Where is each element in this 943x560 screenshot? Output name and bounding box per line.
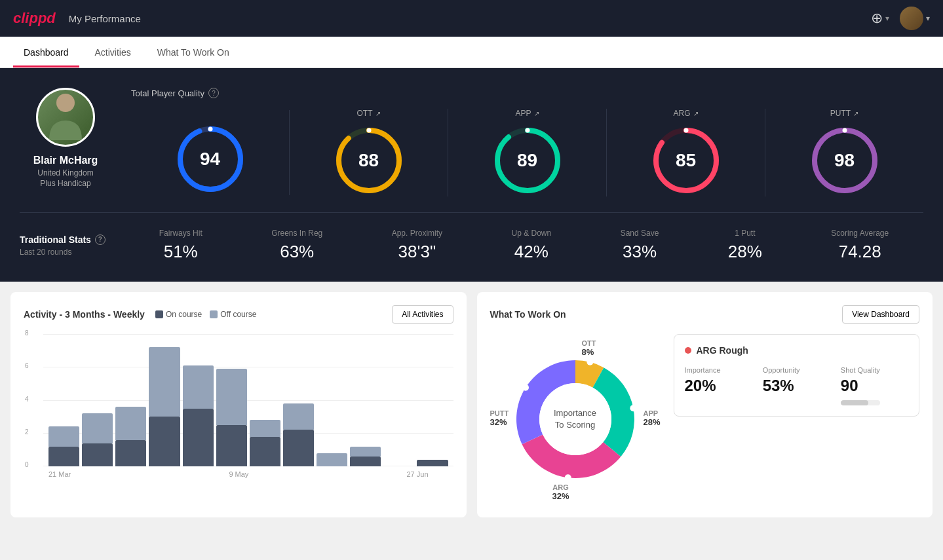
- user-menu[interactable]: ▾: [900, 7, 930, 30]
- logo: clippd: [13, 10, 56, 27]
- wtwo-header: What To Work On View Dashboard: [490, 305, 920, 324]
- nav-tabs: Dashboard Activities What To Work On: [0, 37, 943, 68]
- trad-stats-label: Traditional Stats ? Last 20 rounds: [20, 234, 125, 257]
- view-dashboard-button[interactable]: View Dashboard: [842, 305, 919, 324]
- bar-off-3: [149, 347, 180, 417]
- bar-on-11: [417, 460, 448, 466]
- bar-group-1: [82, 334, 113, 466]
- donut-label-arg: ARG 32%: [552, 483, 569, 501]
- gauge-value-total: 94: [200, 149, 220, 170]
- svg-point-9: [525, 128, 529, 133]
- tpq-help-icon[interactable]: ?: [208, 88, 219, 98]
- bar-stack-6: [250, 420, 280, 466]
- stat-col-6: Scoring Average 74.28: [831, 229, 889, 262]
- all-activities-button[interactable]: All Activities: [392, 305, 453, 324]
- bar-on-9: [350, 457, 381, 466]
- bar-stack-9: [350, 447, 381, 466]
- bar-group-7: [283, 334, 314, 466]
- player-avatar: [36, 88, 95, 147]
- x-label-2: 27 Jun: [406, 470, 428, 478]
- donut-center-text: Importance To Scoring: [554, 407, 596, 431]
- tab-activities[interactable]: Activities: [85, 39, 142, 67]
- bar-stack-7: [283, 403, 314, 466]
- bar-off-5: [216, 369, 247, 425]
- donut-dot-2: [564, 474, 571, 481]
- logo-text: clippd: [13, 10, 56, 27]
- header-title: My Performance: [69, 13, 141, 24]
- bar-stack-11: [417, 460, 448, 466]
- bar-off-4: [183, 365, 214, 409]
- stat-col-4: Sand Save 33%: [621, 229, 659, 262]
- bar-stack-3: [149, 347, 180, 466]
- bar-off-6: [250, 420, 280, 436]
- detail-card: ARG Rough Importance 20% Opportunity 53%…: [674, 334, 920, 417]
- donut-label-app: APP 28%: [643, 409, 660, 427]
- score-item-ott: OTT ↗ 88: [290, 109, 448, 196]
- add-chevron: ▾: [885, 14, 889, 23]
- player-country: United Kingdom: [37, 168, 93, 177]
- stat-col-5: 1 Putt 28%: [728, 229, 762, 262]
- add-button[interactable]: ⊕ ▾: [871, 10, 889, 27]
- bar-on-3: [149, 417, 180, 466]
- bottom-section: Activity - 3 Months - Weekly On course O…: [0, 282, 943, 528]
- donut-dot-3: [522, 384, 529, 391]
- gauge-total: 94: [174, 123, 246, 195]
- activity-title: Activity - 3 Months - Weekly: [24, 309, 145, 320]
- donut-dot-0: [587, 359, 593, 365]
- plus-icon: ⊕: [871, 10, 883, 27]
- player-handicap: Plus Handicap: [40, 179, 90, 188]
- metric-col-1: Opportunity 53%: [763, 366, 830, 405]
- stat-col-1: Greens In Reg 63%: [271, 229, 322, 262]
- scores-section: Total Player Quality ? 94 OTT ↗: [131, 88, 923, 196]
- bar-stack-4: [183, 365, 214, 466]
- bar-group-4: [183, 334, 214, 466]
- trad-help-icon[interactable]: ?: [95, 234, 106, 245]
- player-name: Blair McHarg: [33, 155, 98, 166]
- trad-stats-sublabel: Last 20 rounds: [20, 248, 125, 257]
- bar-group-8: [317, 334, 347, 466]
- scores-row: 94 OTT ↗ 88 APP ↗: [131, 109, 923, 196]
- tab-dashboard[interactable]: Dashboard: [13, 39, 79, 67]
- bar-group-0: [48, 334, 79, 466]
- legend-off-course: Off course: [210, 310, 256, 319]
- bar-on-6: [250, 437, 280, 466]
- bar-off-9: [350, 447, 381, 457]
- hero-top: Blair McHarg United Kingdom Plus Handica…: [20, 88, 923, 196]
- detail-metrics: Importance 20% Opportunity 53% Shot Qual…: [685, 366, 909, 405]
- donut-label-ott: OTT 8%: [582, 339, 596, 357]
- activity-card: Activity - 3 Months - Weekly On course O…: [10, 292, 467, 517]
- bar-off-7: [283, 403, 314, 430]
- stat-col-3: Up & Down 42%: [512, 229, 552, 262]
- trad-stats-title: Traditional Stats ?: [20, 234, 125, 245]
- bar-group-6: [250, 334, 280, 466]
- bar-on-2: [115, 440, 146, 466]
- legend-on-course-dot: [155, 310, 163, 318]
- score-label-putt: PUTT ↗: [830, 109, 858, 118]
- player-avatar-image: [46, 91, 85, 143]
- bar-on-0: [48, 447, 79, 466]
- bar-on-4: [183, 409, 214, 466]
- tab-what-to-work-on[interactable]: What To Work On: [147, 39, 240, 67]
- bar-on-5: [216, 425, 247, 466]
- bar-group-10: [383, 334, 414, 466]
- bar-stack-5: [216, 369, 247, 466]
- wtwo-title: What To Work On: [490, 309, 566, 320]
- score-item-arg: ARG ↗ 85: [607, 109, 765, 196]
- what-to-work-on-card: What To Work On View Dashboard Importanc…: [477, 292, 933, 517]
- user-chevron: ▾: [926, 14, 930, 23]
- gauge-app: 89: [491, 124, 564, 196]
- bar-group-2: [115, 334, 146, 466]
- bar-off-8: [317, 453, 347, 466]
- score-label-ott: OTT ↗: [357, 109, 381, 118]
- x-label-1: 9 May: [229, 470, 248, 478]
- donut-label-putt: PUTT 32%: [490, 409, 509, 427]
- gauge-ott: 88: [333, 124, 405, 196]
- gauge-putt: 98: [809, 124, 881, 196]
- gauge-value-app: 89: [517, 150, 537, 171]
- metric-col-0: Importance 20%: [685, 366, 752, 405]
- tpq-label: Total Player Quality ?: [131, 88, 923, 98]
- bar-stack-2: [115, 407, 146, 466]
- bar-stack-8: [317, 453, 347, 466]
- header: clippd My Performance ⊕ ▾ ▾: [0, 0, 943, 37]
- legend-off-course-dot: [210, 310, 218, 318]
